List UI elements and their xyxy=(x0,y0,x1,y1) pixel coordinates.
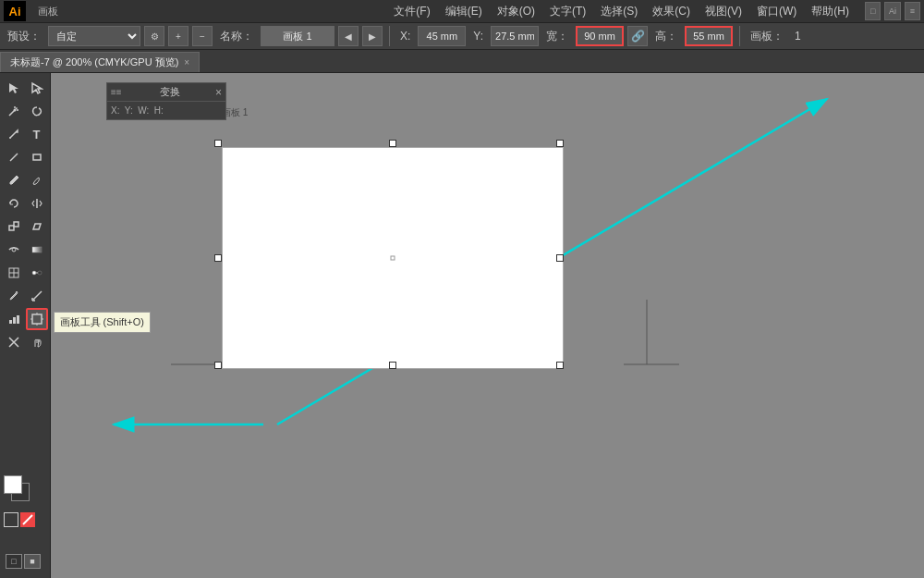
artboard-tool[interactable]: 画板工具 (Shift+O) xyxy=(26,308,48,330)
arrange-btn[interactable]: ≡ xyxy=(905,2,920,20)
artboard-settings-btn[interactable]: ⚙ xyxy=(144,26,164,46)
svg-point-0 xyxy=(13,109,16,112)
separator-2 xyxy=(739,26,740,46)
svg-line-2 xyxy=(10,154,18,161)
menu-item-panel: 画板 xyxy=(31,3,65,20)
full-screen-btn[interactable]: ■ xyxy=(24,554,41,569)
blend-tool[interactable] xyxy=(26,262,48,284)
menu-bar: Ai 画板 文件(F) 编辑(E) 对象(O) 文字(T) 选择(S) 效果(C… xyxy=(0,0,924,22)
stroke-swatch[interactable] xyxy=(4,512,18,527)
artboard-canvas[interactable] xyxy=(222,147,564,369)
menu-edit[interactable]: 编辑(E) xyxy=(439,2,489,21)
separator-1 xyxy=(389,26,390,46)
artboard-count-label: 画板： xyxy=(747,29,787,44)
chart-tool[interactable] xyxy=(3,308,25,330)
menu-object[interactable]: 对象(O) xyxy=(491,2,541,21)
move-left-btn[interactable]: ◀ xyxy=(338,26,359,46)
scale-tool[interactable] xyxy=(3,215,25,238)
new-artboard-btn[interactable]: + xyxy=(168,26,188,46)
handle-bc[interactable] xyxy=(389,362,396,369)
shear-tool[interactable] xyxy=(26,215,48,238)
svg-point-12 xyxy=(32,271,36,275)
reflect-tool[interactable] xyxy=(26,192,48,215)
doc-tab-close[interactable]: × xyxy=(184,57,189,68)
handle-br[interactable] xyxy=(556,362,564,369)
svg-rect-19 xyxy=(13,317,16,324)
name-label: 名称： xyxy=(216,29,257,44)
handle-tr[interactable] xyxy=(556,140,564,147)
eyedropper-tool[interactable] xyxy=(3,285,25,307)
menu-file[interactable]: 文件(F) xyxy=(387,2,436,21)
warp-tool[interactable] xyxy=(3,239,25,261)
slice-tool[interactable] xyxy=(3,331,25,353)
menu-help[interactable]: 帮助(H) xyxy=(805,2,856,21)
lasso-tool[interactable] xyxy=(26,100,48,122)
pencil-tool[interactable] xyxy=(26,169,48,191)
menu-effect[interactable]: 效果(C) xyxy=(646,2,697,21)
svg-point-13 xyxy=(38,271,42,275)
direct-selection-tool[interactable] xyxy=(26,77,48,99)
magic-wand-tool[interactable] xyxy=(3,100,25,122)
foreground-swatch[interactable] xyxy=(4,475,22,494)
w-input[interactable] xyxy=(576,26,624,46)
move-right-btn[interactable]: ▶ xyxy=(362,26,383,46)
panel-title-bar[interactable]: ≡≡ 变换 × xyxy=(107,83,225,102)
x-label: X: xyxy=(396,30,414,43)
canvas-area[interactable]: ≡≡ 变换 × X: Y: W: H: xyxy=(51,73,924,578)
handle-bl[interactable] xyxy=(214,362,222,369)
paintbrush-tool[interactable] xyxy=(3,169,25,191)
y-input[interactable] xyxy=(491,26,539,46)
tool-row-4 xyxy=(3,146,48,168)
selection-tool[interactable] xyxy=(3,77,25,99)
workspace[interactable]: 画板 1 xyxy=(51,73,924,578)
artboard-container[interactable]: 画板 1 xyxy=(194,119,591,397)
svg-rect-6 xyxy=(14,222,18,227)
screen-mode-btn[interactable]: □ xyxy=(6,554,22,569)
menu-select[interactable]: 选择(S) xyxy=(594,2,644,21)
w-label: 宽： xyxy=(542,29,572,44)
h-input[interactable] xyxy=(685,26,733,46)
lock-ratio-btn[interactable]: 🔗 xyxy=(627,26,648,46)
svg-line-26 xyxy=(23,515,32,524)
transform-panel: ≡≡ 变换 × X: Y: W: H: xyxy=(106,82,226,120)
menu-type[interactable]: 文字(T) xyxy=(543,2,592,21)
search-btn[interactable]: Ai xyxy=(884,2,900,20)
gradient-tool[interactable] xyxy=(26,239,48,261)
panel-toggle-btn[interactable]: □ xyxy=(865,2,881,20)
h-label: 高： xyxy=(651,29,681,44)
artboard-count-value: 1 xyxy=(791,30,805,43)
stroke-fill-area xyxy=(4,512,39,527)
toolbar: T xyxy=(0,73,51,578)
artboard-name-input[interactable] xyxy=(261,26,334,46)
measure-tool[interactable] xyxy=(26,285,48,307)
app-logo: Ai xyxy=(4,1,26,21)
doc-tabs: 未标题-7 @ 200% (CMYK/GPU 预览) × xyxy=(0,50,924,73)
handle-tl[interactable] xyxy=(214,140,222,147)
svg-rect-20 xyxy=(17,315,19,324)
menu-view[interactable]: 视图(V) xyxy=(699,2,748,21)
hand-tool[interactable] xyxy=(26,331,48,353)
swatch-container xyxy=(4,475,39,510)
preset-select[interactable]: 自定 xyxy=(48,26,140,46)
x-input[interactable] xyxy=(418,26,466,46)
tool-row-1 xyxy=(3,77,48,99)
handle-ml[interactable] xyxy=(214,254,222,262)
mesh-tool[interactable] xyxy=(3,262,25,284)
none-swatch[interactable] xyxy=(20,512,35,527)
handle-mr[interactable] xyxy=(556,254,564,262)
delete-artboard-btn[interactable]: − xyxy=(192,26,213,46)
handle-tc[interactable] xyxy=(389,140,396,147)
type-tool[interactable]: T xyxy=(26,123,48,145)
tool-row-6 xyxy=(3,192,48,215)
doc-tab-active[interactable]: 未标题-7 @ 200% (CMYK/GPU 预览) × xyxy=(0,52,200,72)
tool-row-3: T xyxy=(3,123,48,145)
rect-tool[interactable] xyxy=(26,146,48,168)
preset-label: 预设： xyxy=(4,29,44,44)
tool-row-5 xyxy=(3,169,48,191)
line-tool[interactable] xyxy=(3,146,25,168)
rotate-tool[interactable] xyxy=(3,192,25,215)
type-icon: T xyxy=(33,128,41,141)
pen-tool[interactable] xyxy=(3,123,25,145)
menu-window[interactable]: 窗口(W) xyxy=(750,2,803,21)
panel-close-btn[interactable]: × xyxy=(215,86,222,99)
